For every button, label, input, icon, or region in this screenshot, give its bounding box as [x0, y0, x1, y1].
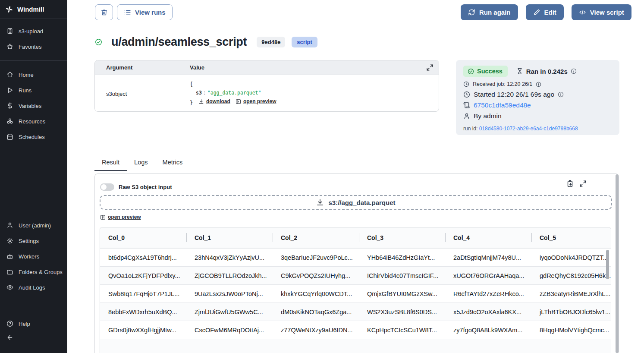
play-icon: [6, 87, 13, 94]
info-icon[interactable]: [536, 82, 541, 87]
gear-icon: [6, 237, 13, 244]
windmill-run-page: Windmill s3-upload Favorites Home Runs: [0, 0, 644, 353]
info-icon[interactable]: [558, 91, 564, 98]
column-header[interactable]: Col_5: [531, 234, 611, 241]
tab-metrics[interactable]: Metrics: [155, 159, 190, 171]
sidebar-item-help[interactable]: Help: [0, 316, 67, 331]
tab-logs[interactable]: Logs: [127, 159, 155, 171]
result-open-preview-label: open preview: [108, 214, 141, 220]
s3-file-label: s3://agg_data.parquet: [328, 199, 395, 206]
view-runs-button[interactable]: View runs: [117, 4, 173, 20]
sidebar-item-folders-groups[interactable]: Folders & Groups: [0, 264, 67, 280]
result-panel-actions: [566, 180, 587, 187]
check-circle-icon: [95, 38, 102, 46]
trash-icon: [101, 9, 108, 16]
sidebar-item-label: Audit Logs: [19, 284, 45, 291]
sidebar-item-favorites[interactable]: Favorites: [0, 39, 67, 54]
download-link[interactable]: download: [198, 97, 230, 106]
toolbar-left: View runs: [95, 4, 173, 20]
table-row-partial: [100, 339, 611, 353]
sidebar-item-audit-logs[interactable]: Audit Logs: [0, 280, 67, 295]
received-label: Received job: 12:20 26/1: [473, 81, 532, 87]
sidebar-item-label: Help: [19, 321, 30, 327]
script-type-badge: script: [292, 37, 317, 47]
windmill-logo-icon: [5, 5, 13, 13]
clock-icon: [463, 81, 469, 87]
table-cell: C9kGvPOQZs2IUHyhg...: [273, 272, 359, 279]
clipboard-copy-icon[interactable]: [566, 180, 574, 187]
sidebar-item-settings[interactable]: Settings: [0, 233, 67, 249]
worker-link[interactable]: 6750c1dfa59ed48e: [474, 101, 531, 109]
s3-file-download-area[interactable]: s3://agg_data.parquet: [100, 195, 612, 210]
sidebar-item-s3-upload[interactable]: s3-upload: [0, 23, 67, 39]
sidebar: Windmill s3-upload Favorites Home Runs: [0, 0, 67, 353]
table-cell: 2aDtSgtIqMnjjM74y8U...: [445, 254, 531, 261]
result-panel-scrollbar[interactable]: [616, 174, 619, 353]
table-cell: YHb64iB46ZdHzGIaYt...: [359, 254, 445, 261]
sidebar-item-variables[interactable]: Variables: [0, 98, 67, 113]
table-cell: 8ebbFxWDxrh5uXdBQ...: [100, 309, 186, 315]
started-label: Started 12:20 26/1 69s ago: [474, 91, 554, 98]
status-label: Success: [477, 68, 503, 75]
column-header[interactable]: Col_1: [186, 234, 273, 241]
sidebar-item-label: Schedules: [19, 134, 45, 140]
expand-args-icon[interactable]: [426, 64, 434, 71]
result-open-preview-link[interactable]: open preview: [100, 214, 141, 220]
column-header[interactable]: Col_0: [100, 234, 186, 241]
table-cell: R6cfTAYtd27xZeRHkco...: [445, 290, 531, 297]
table-cell: 9UazLsxzsJW0oPToNj...: [186, 290, 273, 297]
dollar-icon: [6, 102, 13, 109]
sidebar-menu-section: Home Runs Variables Resources Schedules: [0, 63, 67, 149]
table-cell: jLThBTbOBJODlc65lw1...: [531, 309, 611, 315]
panel-open-icon: [100, 214, 106, 220]
worker-line: 6750c1dfa59ed48e: [463, 101, 612, 109]
table-row: GDrs0j8wXXgfHgjjMtw... CscOFwM6MRqDOttAj…: [100, 321, 611, 339]
sidebar-item-label: Favorites: [19, 44, 41, 50]
result-tabs: Result Logs Metrics: [94, 159, 190, 171]
sidebar-item-label: Workers: [19, 253, 39, 260]
column-header[interactable]: Col_4: [445, 234, 531, 241]
table-cell: IChirVbid4c07TmscIGIF...: [359, 272, 445, 279]
sidebar-divider: [0, 60, 67, 61]
json-close-brace: }: [190, 100, 193, 106]
delete-run-button[interactable]: [95, 4, 113, 20]
json-string-value: "agg_data.parquet": [207, 90, 261, 96]
sidebar-item-runs[interactable]: Runs: [0, 82, 67, 98]
argument-row: s3object { s3:"agg_data.parquet" } downl…: [95, 75, 439, 111]
table-row: 8ebbFxWDxrh5uXdBQ... ZjmlJUiGwfU5GWw5C..…: [100, 303, 611, 321]
sidebar-collapse-button[interactable]: [0, 331, 67, 349]
brand[interactable]: Windmill: [0, 0, 67, 19]
open-preview-link[interactable]: open preview: [236, 97, 276, 106]
parquet-preview-table: Col_0 Col_1 Col_2 Col_3 Col_4 Col_5 bt6d…: [100, 227, 611, 353]
arguments-table: Argument Value s3object { s3:"agg_data.p…: [94, 60, 439, 112]
panel-open-icon: [236, 99, 241, 104]
run-details-panel: Success Ran in 0.242s Received job: 12:2…: [456, 60, 619, 135]
run-again-button[interactable]: Run again: [461, 4, 518, 20]
table-cell: bt6dp4CgXsA19T6hdrj...: [100, 254, 186, 261]
sidebar-help-section: Help: [0, 299, 67, 353]
table-cell: 23hN4qxV3jZkYyAzjvU...: [186, 254, 273, 261]
table-cell: xUGOt76ORGrAAHaqa...: [445, 272, 531, 279]
sidebar-item-user[interactable]: User (admin): [0, 217, 67, 233]
toolbar-right: Run again Edit View script: [461, 4, 631, 20]
raw-s3-toggle[interactable]: [100, 183, 114, 191]
view-script-button[interactable]: View script: [572, 4, 631, 20]
sidebar-item-home[interactable]: Home: [0, 67, 67, 82]
sidebar-item-label: Runs: [19, 87, 31, 94]
table-scrollbar[interactable]: [606, 250, 609, 279]
run-id-link[interactable]: 018d4580-1072-ab29-e6a4-c1de9798b668: [479, 126, 578, 132]
code-icon: [579, 9, 586, 16]
tab-result[interactable]: Result: [94, 159, 127, 171]
table-row: bt6dp4CgXsA19T6hdrj... 23hN4qxV3jZkYyAzj…: [100, 248, 611, 266]
title-row: u/admin/seamless_script 9ed48e script: [95, 35, 317, 49]
sidebar-item-resources[interactable]: Resources: [0, 113, 67, 129]
expand-result-icon[interactable]: [579, 180, 587, 187]
table-cell: QvOa1oLzKFjYDFPdlxy...: [100, 272, 186, 279]
edit-button[interactable]: Edit: [526, 4, 564, 20]
sidebar-item-schedules[interactable]: Schedules: [0, 129, 67, 145]
column-header[interactable]: Col_2: [273, 234, 359, 241]
info-icon[interactable]: [571, 68, 577, 74]
sidebar-item-workers[interactable]: Workers: [0, 249, 67, 264]
check-circle-icon: [468, 68, 474, 75]
column-header[interactable]: Col_3: [359, 234, 445, 241]
